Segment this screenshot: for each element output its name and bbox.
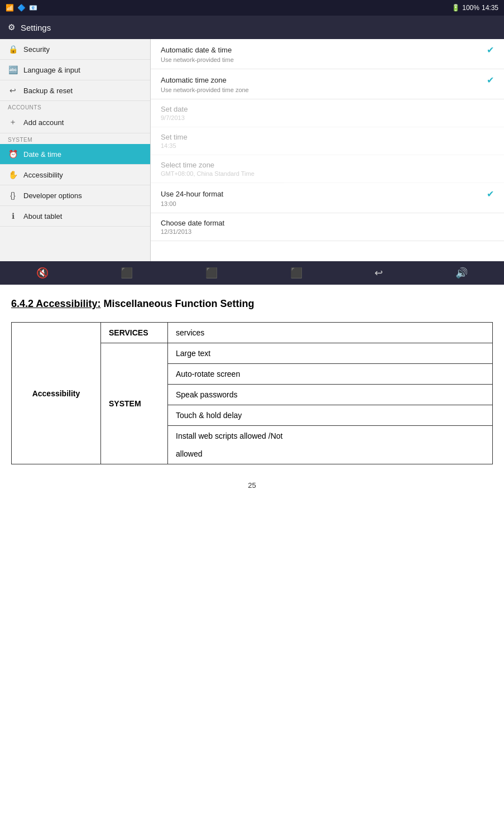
- info-icon: ℹ: [8, 212, 18, 220]
- battery-percent: 100%: [462, 4, 479, 12]
- checkmark-icon: ✔: [487, 189, 494, 199]
- value-cell: Install web scripts allowed /Notallowed: [168, 426, 493, 464]
- sidebar-label-language: Language & input: [23, 66, 80, 74]
- sidebar: 🔒 Security 🔤 Language & input ↩ Backup &…: [0, 39, 151, 261]
- value-cell: Speak passwords: [168, 385, 493, 405]
- developer-icon: {}: [8, 191, 18, 200]
- setting-row-title: Automatic time zone ✔: [161, 75, 494, 85]
- accounts-section-label: ACCOUNTS: [0, 101, 150, 112]
- accessibility-table: AccessibilitySERVICESservicesSYSTEMLarge…: [11, 322, 493, 464]
- language-icon: 🔤: [8, 65, 18, 74]
- setting-row[interactable]: Use 24-hour format ✔ 13:00: [151, 183, 504, 213]
- sidebar-item-backup[interactable]: ↩ Backup & reset: [0, 80, 150, 101]
- setting-row[interactable]: Automatic date & time ✔ Use network-prov…: [151, 39, 504, 69]
- setting-row-subtitle: Use network-provided time zone: [161, 87, 494, 93]
- accessibility-row-label: Accessibility: [12, 323, 101, 464]
- doc-content: 6.4.2 Accessibility: Miscellaneous Funct…: [0, 285, 504, 512]
- setting-row-title: Set date: [161, 105, 494, 113]
- status-bar-right: 🔋 100% 14:35: [452, 4, 498, 12]
- accessibility-icon: ✋: [8, 170, 18, 179]
- bluetooth-icon: 🔷: [17, 4, 26, 12]
- clock: 14:35: [482, 4, 498, 12]
- sidebar-item-date-time[interactable]: ⏰ Date & time: [0, 144, 150, 165]
- setting-row-subtitle: 14:35: [161, 142, 494, 149]
- sidebar-item-add-account[interactable]: ＋ Add account: [0, 112, 150, 133]
- sidebar-label-add-account: Add account: [23, 118, 64, 127]
- sidebar-label-date-time: Date & time: [23, 150, 61, 159]
- sidebar-label-developer: Developer options: [23, 191, 82, 200]
- setting-row-title: Choose date format: [161, 219, 494, 227]
- setting-row: Select time zone GMT+08:00, China Standa…: [151, 155, 504, 183]
- page-number: 25: [11, 481, 493, 490]
- setting-row[interactable]: Choose date format 12/31/2013: [151, 213, 504, 241]
- setting-row-subtitle: 9/7/2013: [161, 114, 494, 121]
- setting-row: Set time 14:35: [151, 127, 504, 155]
- add-icon: ＋: [8, 117, 18, 127]
- sidebar-item-about[interactable]: ℹ About tablet: [0, 206, 150, 227]
- section-heading-rest: Miscellaneous Function Setting: [100, 298, 254, 309]
- back-arrow-icon[interactable]: ↩: [375, 267, 383, 279]
- sidebar-item-language[interactable]: 🔤 Language & input: [0, 60, 150, 80]
- recent-icon[interactable]: ⬛: [290, 267, 303, 279]
- settings-title: Settings: [21, 23, 51, 32]
- status-bar: 📶 🔷 📧 🔋 100% 14:35: [0, 0, 504, 16]
- setting-row[interactable]: Automatic time zone ✔ Use network-provid…: [151, 69, 504, 99]
- notif-icon: 📧: [29, 4, 37, 12]
- settings-header-icon: ⚙: [8, 22, 15, 32]
- sidebar-label-about: About tablet: [23, 212, 62, 220]
- volume-up-icon[interactable]: 🔊: [455, 267, 468, 279]
- checkmark-icon: ✔: [487, 75, 494, 85]
- sidebar-item-developer[interactable]: {} Developer options: [0, 185, 150, 206]
- home-icon[interactable]: ⬛: [205, 267, 218, 279]
- status-bar-left: 📶 🔷 📧: [6, 4, 37, 12]
- sidebar-item-security[interactable]: 🔒 Security: [0, 39, 150, 60]
- setting-row-subtitle: GMT+08:00, China Standard Time: [161, 170, 494, 177]
- lock-icon: 🔒: [8, 45, 18, 54]
- sidebar-label-accessibility: Accessibility: [23, 171, 63, 179]
- sidebar-item-accessibility[interactable]: ✋ Accessibility: [0, 165, 150, 185]
- value-cell: services: [168, 323, 493, 343]
- tablet-screenshot: 📶 🔷 📧 🔋 100% 14:35 ⚙ Settings 🔒 Security…: [0, 0, 504, 285]
- section-heading-numbered: 6.4.2 Accessibility:: [11, 298, 100, 309]
- value-cell: Auto-rotate screen: [168, 364, 493, 385]
- battery-icon: 🔋: [452, 4, 460, 12]
- setting-row-title: Use 24-hour format ✔: [161, 189, 494, 199]
- bottom-nav: 🔇 ⬛ ⬛ ⬛ ↩ 🔊: [0, 261, 504, 285]
- value-cell: Large text: [168, 343, 493, 364]
- checkmark-icon: ✔: [487, 45, 494, 55]
- sidebar-label-backup: Backup & reset: [23, 87, 73, 95]
- settings-app-header: ⚙ Settings: [0, 16, 504, 39]
- setting-row-title: Automatic date & time ✔: [161, 45, 494, 55]
- wifi-icon: 📶: [6, 4, 14, 12]
- back-nav-icon[interactable]: ⬛: [121, 267, 133, 279]
- backup-icon: ↩: [8, 86, 18, 95]
- right-panel: Automatic date & time ✔ Use network-prov…: [151, 39, 504, 261]
- setting-row-subtitle: 12/31/2013: [161, 228, 494, 235]
- table-row: AccessibilitySERVICESservices: [12, 323, 493, 343]
- volume-down-icon[interactable]: 🔇: [36, 267, 49, 279]
- setting-row-subtitle: 13:00: [161, 200, 494, 207]
- category-cell-services: SERVICES: [101, 323, 168, 343]
- setting-row: Set date 9/7/2013: [151, 99, 504, 127]
- setting-row-title: Select time zone: [161, 161, 494, 169]
- sidebar-label-security: Security: [23, 45, 50, 54]
- value-cell: Touch & hold delay: [168, 405, 493, 426]
- section-heading: 6.4.2 Accessibility: Miscellaneous Funct…: [11, 298, 493, 310]
- clock-icon: ⏰: [8, 150, 18, 159]
- category-cell-system: SYSTEM: [101, 343, 168, 464]
- settings-body: 🔒 Security 🔤 Language & input ↩ Backup &…: [0, 39, 504, 261]
- system-section-label: SYSTEM: [0, 133, 150, 144]
- setting-row-title: Set time: [161, 133, 494, 141]
- setting-row-subtitle: Use network-provided time: [161, 56, 494, 63]
